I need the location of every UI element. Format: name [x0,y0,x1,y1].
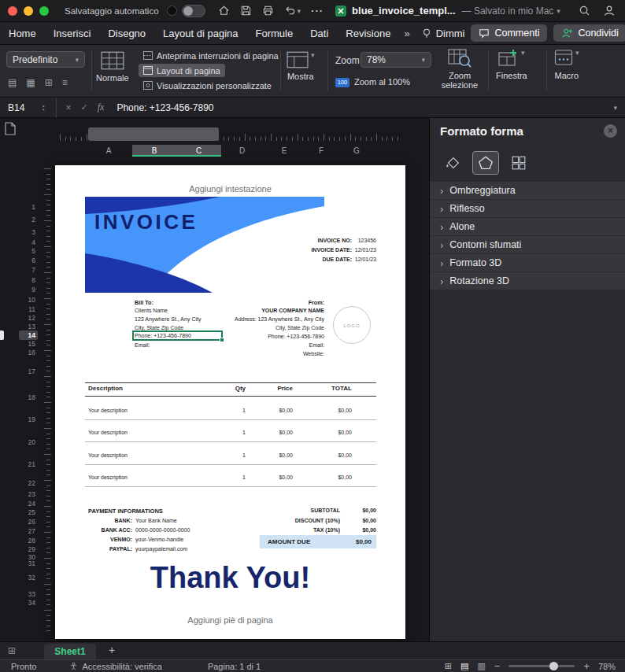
item-description[interactable]: Your description [88,408,128,413]
invoice-meta-value[interactable]: 12/01/23 [355,257,376,262]
row-header-5[interactable]: 5 [19,247,38,256]
minimize-window-button[interactable] [24,6,33,16]
bill-to-email[interactable]: Email: [135,342,150,348]
sheet-list-icon[interactable]: ⊞ [8,645,16,656]
column-header-b[interactable]: B [132,145,176,157]
payment-label[interactable]: PAYPAL: [88,546,132,552]
row-header-19[interactable]: 19 [19,408,38,431]
add-sheet-button[interactable]: + [109,644,115,656]
invoice-page[interactable]: Aggiungi intestazione INVOICE Bill To: P… [55,165,405,639]
formula-bar-expand-icon[interactable]: ▾ [613,104,617,112]
from-line[interactable]: City, State Zip Code [276,325,324,330]
view-page-layout-icon[interactable]: ▤ [460,661,468,671]
tell-me-button[interactable]: Dimmi [415,28,472,39]
zoom-100-icon[interactable]: 100 [335,78,349,87]
undo-button[interactable]: ▾ [284,5,301,17]
profile-icon[interactable] [603,5,616,17]
page-layout-view-button[interactable]: Layout di pagina [139,64,225,77]
row-header-17[interactable]: 17 [19,356,38,386]
item-description[interactable]: Your description [88,452,128,458]
row-header-2[interactable]: 2 [19,213,38,227]
zoom-slider-knob[interactable] [549,662,558,670]
column-header-g[interactable]: G [337,145,376,157]
row-header-11[interactable]: 11 [19,305,38,314]
row-header-4[interactable]: 4 [19,238,38,247]
home-icon[interactable] [218,5,230,17]
invoice-title[interactable]: INVOICE [94,210,198,234]
row-header-3[interactable]: 3 [19,227,38,238]
table-header-total[interactable]: TOTAL [331,385,352,392]
payment-value[interactable]: yourpaypalemail.com [135,546,187,552]
total-label[interactable]: SUBTOTAL [311,508,340,513]
cell-selection-border[interactable] [132,330,223,341]
amount-due-row[interactable]: AMOUNT DUE $0,00 [260,535,376,548]
row-header-20[interactable]: 20 [19,431,38,453]
total-value[interactable]: $0,00 [362,518,376,523]
table-header-price[interactable]: Price [277,385,293,392]
row-header-15[interactable]: 15 [19,340,38,349]
from-line[interactable]: Address: 123 Anywhere St., Any City [235,316,324,322]
print-icon[interactable] [262,5,274,17]
zoom-100-label[interactable]: Zoom al 100% [354,77,410,87]
total-label[interactable]: TAX (10%) [313,527,340,533]
row-header-22[interactable]: 22 [19,476,38,490]
close-window-button[interactable] [8,6,17,16]
payment-value[interactable]: 0000-0000-0000-0000 [135,527,190,533]
table-header-qty[interactable]: Qty [235,385,246,392]
row-header-26[interactable]: 26 [19,517,38,526]
name-box-spinner[interactable]: ▴▾ [43,104,45,112]
item-total[interactable]: $0,00 [338,430,352,435]
item-total[interactable]: $0,00 [338,408,352,413]
row-header-31[interactable]: 31 [19,560,38,567]
item-qty[interactable]: 1 [242,430,246,435]
ribbon-tab-formule[interactable]: Formule [247,22,302,45]
row-header-13[interactable]: 13 [19,323,38,330]
name-box[interactable]: B14 [8,102,43,113]
ribbon-tab-disegno[interactable]: Disegno [99,22,154,45]
from-line[interactable]: Website: [303,351,324,356]
from-company[interactable]: YOUR COMPANY NAME [261,308,324,313]
item-description[interactable]: Your description [88,430,128,435]
sheet-tab-sheet1[interactable]: Sheet1 [44,644,96,660]
column-header-a[interactable]: A [85,145,132,157]
ribbon-tab-home[interactable]: Home [0,22,45,45]
panel-close-button[interactable]: × [604,124,617,138]
view-page-break-icon[interactable]: ▥ [477,661,485,671]
row-header-34[interactable]: 34 [19,599,38,607]
column-header-d[interactable]: D [221,145,263,157]
zoom-to-selection-button[interactable]: Zoom selezione [438,49,482,90]
save-view-icon[interactable]: ▤ [8,78,17,87]
item-price[interactable]: $0,00 [279,452,293,458]
ribbon-tab-inserisci[interactable]: Inserisci [45,22,100,45]
invoice-meta-label[interactable]: INVOICE NO: [317,238,352,243]
row-header-24[interactable]: 24 [19,499,38,508]
column-header-e[interactable]: E [263,145,305,157]
table-header-description[interactable]: Description [88,385,123,392]
total-label[interactable]: DISCOUNT (10%) [295,518,340,523]
payment-value[interactable]: your-Venmo-handle [135,537,183,542]
row-header-23[interactable]: 23 [19,490,38,499]
ribbon-tab-layout-di-pagina[interactable]: Layout di pagina [154,22,246,45]
ribbon-tab-revisione[interactable]: Revisione [337,22,399,45]
payment-label[interactable]: VENMO: [88,537,132,542]
fullscreen-window-button[interactable] [39,6,49,16]
save-icon[interactable] [240,5,252,17]
status-accessibility[interactable]: Accessibilità: verifica [82,662,161,671]
payment-label[interactable]: BANK: [88,518,132,523]
panel-section-formato-3d[interactable]: ›Formato 3D [430,254,625,272]
window-button[interactable]: ▾ Finestra [496,49,527,80]
item-qty[interactable]: 1 [242,474,246,480]
row-header-16[interactable]: 16 [19,349,38,356]
invoice-meta-value[interactable]: 12/01/23 [355,247,376,253]
grid-view-icon[interactable]: ⊞ [45,78,53,87]
header-placeholder[interactable]: Aggiungi intestazione [55,184,405,194]
panel-tab-size-properties[interactable] [505,151,532,175]
item-price[interactable]: $0,00 [279,408,293,413]
item-total[interactable]: $0,00 [338,452,352,458]
selection-fill-handle[interactable] [220,338,224,342]
invoice-meta-value[interactable]: 123456 [358,238,376,243]
panel-tab-effects[interactable] [472,151,499,175]
comments-button[interactable]: Commenti [471,24,547,42]
panel-section-riflesso[interactable]: ›Riflesso [430,200,625,218]
row-header-33[interactable]: 33 [19,589,38,599]
